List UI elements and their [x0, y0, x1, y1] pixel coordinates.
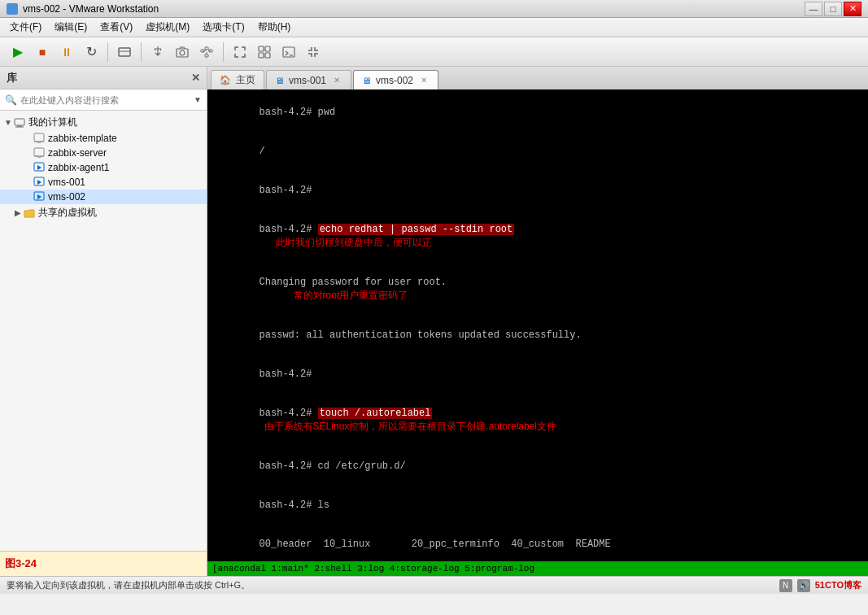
play-button[interactable]: ▶ — [7, 41, 29, 63]
menu-tab[interactable]: 选项卡(T) — [196, 19, 251, 36]
menubar: 文件(F) 编辑(E) 查看(V) 虚拟机(M) 选项卡(T) 帮助(H) — [0, 18, 868, 37]
svg-marker-27 — [37, 165, 41, 170]
exit-fullscreen-button[interactable] — [302, 41, 325, 63]
annotation-1b: 常的对root用户重置密码了 — [294, 290, 408, 301]
snapshot-button[interactable] — [171, 41, 194, 63]
tab-vms-001[interactable]: 🖥 vms-001 ✕ — [266, 70, 351, 89]
menu-help[interactable]: 帮助(H) — [251, 19, 298, 36]
main-area: 库 ✕ 🔍 ▼ ▼ 我的计算机 zabbix-temp — [0, 67, 868, 576]
svg-rect-13 — [259, 53, 264, 58]
computer-icon — [13, 117, 26, 129]
search-dropdown-icon[interactable]: ▼ — [194, 95, 202, 104]
tab-home[interactable]: 🏠 主页 — [211, 70, 264, 89]
menu-vm[interactable]: 虚拟机(M) — [139, 19, 196, 36]
refresh-button[interactable]: ↻ — [80, 41, 103, 63]
svg-rect-7 — [205, 55, 208, 57]
maximize-button[interactable]: □ — [824, 2, 842, 16]
svg-rect-0 — [119, 48, 130, 56]
content-area: 🏠 主页 🖥 vms-001 ✕ 🖥 vms-002 ✕ bash-4.2# p… — [207, 67, 868, 576]
close-button[interactable]: ✕ — [844, 2, 861, 16]
mycomputer-label: 我的计算机 — [28, 116, 77, 129]
cmd-highlight-1: echo redhat | passwd --stdin root — [318, 224, 515, 235]
home-icon: 🏠 — [220, 75, 231, 85]
output-5: passwd: all authentication tokens update… — [260, 329, 582, 341]
shared-label: 共享的虚拟机 — [38, 206, 97, 220]
term-line-7: bash-4.2# touch /.autorelabel 由于系统有SELin… — [212, 394, 863, 447]
zabbix-agent1-label: zabbix-agent1 — [48, 162, 109, 173]
tab-close-vms001[interactable]: ✕ — [331, 75, 342, 86]
separator-3 — [223, 42, 224, 62]
output-2: / — [260, 146, 265, 157]
folder-icon — [23, 207, 36, 219]
usb-button[interactable] — [146, 41, 169, 63]
cmd-highlight-2: touch /.autorelabel — [318, 408, 433, 419]
svg-rect-23 — [34, 148, 44, 156]
titlebar: vms-002 - VMware Workstation — □ ✕ — [0, 0, 868, 18]
tree-root-mycomputer[interactable]: ▼ 我的计算机 — [0, 114, 207, 131]
svg-point-3 — [180, 50, 185, 55]
tab-vms-002[interactable]: 🖥 vms-002 ✕ — [353, 70, 438, 89]
prompt-4: bash-4.2# — [260, 224, 318, 235]
term-annotation-line-1: Changing password for user root. 常的对root… — [212, 263, 863, 316]
terminal[interactable]: bash-4.2# pwd / bash-4.2# bash-4.2# echo… — [207, 89, 868, 561]
tree-item-zabbix-template[interactable]: zabbix-template — [0, 131, 207, 146]
term-line-3: bash-4.2# — [212, 171, 863, 210]
pause-button[interactable]: ⏸ — [55, 41, 78, 63]
search-icon: 🔍 — [5, 94, 17, 106]
titlebar-left: vms-002 - VMware Workstation — [7, 3, 159, 15]
annotation-2: 由于系统有SELinux控制，所以需要在根目录下创建.autorelabel文件 — [264, 421, 556, 432]
tree-item-zabbix-server[interactable]: zabbix-server — [0, 146, 207, 160]
unity-button[interactable] — [253, 41, 276, 63]
network-button[interactable] — [195, 41, 218, 63]
prompt-7: bash-4.2# — [260, 408, 318, 419]
svg-rect-22 — [37, 142, 41, 143]
sidebar-header: 库 ✕ — [0, 67, 207, 89]
term-line-1: bash-4.2# pwd — [212, 93, 863, 132]
prompt-8: bash-4.2# cd /etc/grub.d/ — [260, 460, 406, 472]
tab-bar: 🏠 主页 🖥 vms-001 ✕ 🖥 vms-002 ✕ — [207, 67, 868, 89]
search-bar[interactable]: 🔍 ▼ — [0, 89, 207, 111]
send-ctrl-alt-del-button[interactable] — [113, 41, 136, 63]
expand-icon: ▶ — [13, 208, 23, 217]
stop-button[interactable]: ■ — [31, 41, 54, 63]
search-input[interactable] — [20, 95, 190, 105]
svg-marker-31 — [37, 194, 41, 199]
vms-002-label: vms-002 — [48, 191, 85, 203]
svg-rect-11 — [259, 46, 264, 51]
sidebar-bottom: 图3-24 — [0, 551, 207, 576]
brand-text: 51CTO博客 — [815, 579, 861, 591]
sidebar-close-icon[interactable]: ✕ — [191, 72, 200, 84]
menu-view[interactable]: 查看(V) — [94, 19, 139, 36]
tree-item-vms-001[interactable]: vms-001 — [0, 175, 207, 190]
term-line-10: 00_header 10_linux 20_ppc_terminfo 40_cu… — [212, 525, 863, 561]
tree-item-vms-002[interactable]: vms-002 — [0, 190, 207, 204]
tab-close-vms002[interactable]: ✕ — [418, 75, 430, 86]
vm-icon — [33, 133, 46, 144]
term-line-6: bash-4.2# — [212, 355, 863, 394]
svg-rect-25 — [37, 156, 41, 158]
tree-item-shared[interactable]: ▶ 共享的虚拟机 — [0, 204, 207, 221]
prompt-6: bash-4.2# — [260, 369, 312, 380]
figure-label: 图3-24 — [5, 557, 37, 569]
minimize-button[interactable]: — — [805, 2, 822, 16]
titlebar-controls: — □ ✕ — [805, 2, 861, 16]
term-line-4: bash-4.2# echo redhat | passwd --stdin r… — [212, 210, 863, 263]
toolbar: ▶ ■ ⏸ ↻ — [0, 37, 868, 67]
terminal-status-text: [anacondal 1:main* 2:shell 3:log 4:stora… — [212, 564, 534, 574]
status-left-text: 要将输入定向到该虚拟机，请在虚拟机内部单击或按 Ctrl+G。 — [7, 579, 250, 591]
menu-edit[interactable]: 编辑(E) — [48, 19, 94, 36]
svg-rect-17 — [15, 119, 24, 125]
fullscreen-button[interactable] — [229, 41, 251, 63]
prompt-9: bash-4.2# ls — [260, 499, 329, 511]
tree-item-zabbix-agent1[interactable]: zabbix-agent1 — [0, 160, 207, 175]
separator-2 — [141, 42, 142, 62]
console-button[interactable] — [277, 41, 300, 63]
term-line-9: bash-4.2# ls — [212, 486, 863, 525]
vm-tab-icon: 🖥 — [275, 76, 284, 85]
terminal-status-bar: [anacondal 1:main* 2:shell 3:log 4:stora… — [207, 561, 868, 576]
svg-rect-20 — [34, 133, 44, 142]
vm-icon — [7, 3, 18, 15]
network-status-icon: N — [779, 579, 792, 592]
menu-file[interactable]: 文件(F) — [3, 19, 48, 36]
sidebar-title: 库 — [7, 71, 17, 85]
